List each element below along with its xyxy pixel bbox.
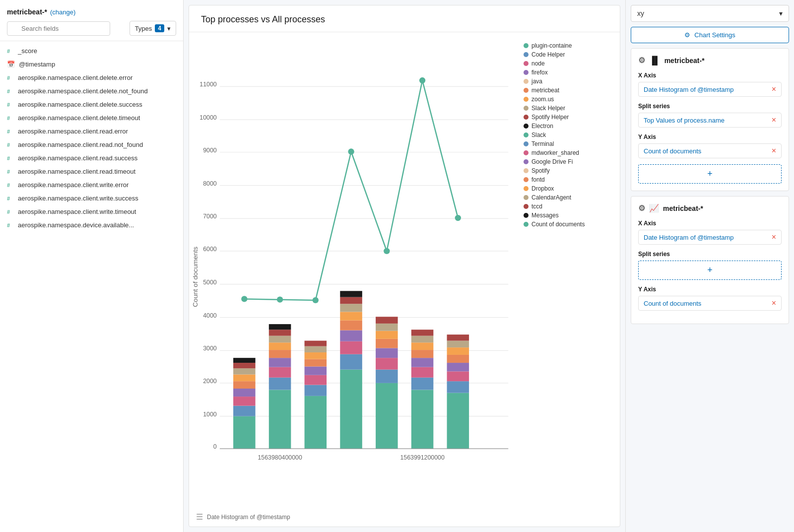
line-chart-icon: 📈 xyxy=(649,203,659,213)
bar-chart-icon: ⚙ xyxy=(638,56,645,65)
svg-text:3000: 3000 xyxy=(203,345,217,352)
x-axis-remove-2[interactable]: × xyxy=(772,233,776,241)
number-icon: # xyxy=(7,182,14,188)
types-button[interactable]: Types 4 ▾ xyxy=(130,21,176,36)
y-axis-label-1: Y Axis xyxy=(638,133,782,140)
split-series-value-text-1: Top Values of process.name xyxy=(644,117,725,124)
svg-text:9000: 9000 xyxy=(203,147,217,154)
field-name: aerospike.namespace.client.delete.succes… xyxy=(18,101,142,108)
svg-rect-46 xyxy=(305,359,327,367)
svg-rect-57 xyxy=(340,297,362,304)
svg-rect-26 xyxy=(233,397,256,406)
number-icon: # xyxy=(7,115,14,121)
field-item[interactable]: #aerospike.namespace.client.write.succes… xyxy=(0,192,183,205)
legend-item: plugin-containe xyxy=(524,42,612,49)
legend-color-dot xyxy=(524,186,529,191)
add-y-axis-btn-1[interactable]: + xyxy=(638,164,782,184)
legend-label: java xyxy=(531,78,542,85)
svg-rect-78 xyxy=(447,363,469,371)
search-wrapper: 🔍 xyxy=(7,21,126,36)
number-icon: # xyxy=(7,142,14,148)
y-axis-remove-2[interactable]: × xyxy=(772,299,776,307)
split-series-remove-1[interactable]: × xyxy=(772,116,776,124)
legend-color-dot xyxy=(524,204,529,209)
legend-item: Messages xyxy=(524,212,612,219)
chart-settings-button[interactable]: ⚙ Chart Settings xyxy=(631,27,789,43)
svg-rect-60 xyxy=(376,370,398,383)
legend-toggle-icon[interactable]: ☰ xyxy=(196,512,203,522)
x-axis-label-1: X Axis xyxy=(638,72,782,79)
add-split-series-btn-2[interactable]: + xyxy=(638,261,782,280)
field-item[interactable]: #aerospike.namespace.client.delete.not_f… xyxy=(0,84,183,98)
svg-rect-53 xyxy=(340,330,362,341)
svg-rect-38 xyxy=(269,342,291,350)
split-series-label-2: Split series xyxy=(638,251,782,258)
chart-body: Count of documents 0 1000 2000 3000 4000… xyxy=(189,32,620,509)
legend-color-dot xyxy=(524,177,529,182)
x-axis-remove-1[interactable]: × xyxy=(772,85,776,93)
svg-rect-67 xyxy=(411,390,434,449)
svg-text:11000: 11000 xyxy=(199,81,216,88)
svg-rect-33 xyxy=(269,390,291,449)
legend-label: Dropbox xyxy=(531,185,554,192)
right-panel: xy ▾ ⚙ Chart Settings ⚙ ▐▌ metricbeat-* … xyxy=(625,0,794,532)
line-chart xyxy=(244,80,458,300)
field-name: aerospike.namespace.client.read.timeout xyxy=(18,168,135,175)
field-item[interactable]: #aerospike.namespace.device.available... xyxy=(0,218,183,232)
y-axis-remove-1[interactable]: × xyxy=(772,147,776,155)
field-item[interactable]: #aerospike.namespace.client.read.not_fou… xyxy=(0,138,183,151)
field-item[interactable]: #aerospike.namespace.client.write.error xyxy=(0,178,183,192)
chart-legend: plugin-containeCode Helpernodefirefoxjav… xyxy=(521,37,615,504)
xy-selector[interactable]: xy ▾ xyxy=(631,5,789,22)
legend-color-dot xyxy=(524,70,529,75)
field-name: @timestamp xyxy=(19,61,55,68)
legend-label: Count of documents xyxy=(531,221,585,228)
panel-card-2: ⚙ 📈 metricbeat-* X Axis Date Histogram o… xyxy=(631,196,789,324)
field-item[interactable]: #aerospike.namespace.client.read.error xyxy=(0,125,183,138)
svg-rect-79 xyxy=(447,355,469,363)
svg-rect-30 xyxy=(233,368,256,374)
field-item[interactable]: #aerospike.namespace.client.read.success xyxy=(0,151,183,165)
legend-item: Code Helper xyxy=(524,51,612,58)
number-icon: # xyxy=(7,88,14,94)
field-item[interactable]: #aerospike.namespace.client.delete.error xyxy=(0,71,183,84)
field-item[interactable]: #aerospike.namespace.client.delete.succe… xyxy=(0,98,183,111)
field-item[interactable]: #aerospike.namespace.client.write.timeou… xyxy=(0,205,183,218)
field-name: aerospike.namespace.client.write.error xyxy=(18,181,129,189)
svg-rect-56 xyxy=(340,304,362,312)
field-item[interactable]: #aerospike.namespace.client.read.timeout xyxy=(0,165,183,178)
legend-item: fontd xyxy=(524,176,612,183)
legend-color-dot xyxy=(524,52,529,57)
fields-list: #_score📅@timestamp#aerospike.namespace.c… xyxy=(0,41,183,532)
svg-rect-41 xyxy=(269,324,291,330)
y-axis-value-text-2: Count of documents xyxy=(644,300,701,307)
svg-point-84 xyxy=(277,296,283,302)
legend-item: Slack Helper xyxy=(524,105,612,112)
svg-rect-50 xyxy=(340,370,362,449)
x-axis-value-2: Date Histogram of @timestamp × xyxy=(638,230,782,245)
legend-label: fontd xyxy=(531,176,545,183)
svg-rect-75 xyxy=(447,393,469,449)
field-item[interactable]: 📅@timestamp xyxy=(0,58,183,71)
search-input[interactable] xyxy=(7,21,110,36)
legend-label: Spotify xyxy=(531,167,550,174)
chart-title: Top processes vs All processes xyxy=(189,5,620,32)
change-link[interactable]: (change) xyxy=(50,8,75,16)
field-item[interactable]: #_score xyxy=(0,44,183,58)
svg-rect-52 xyxy=(340,341,362,354)
svg-rect-68 xyxy=(411,378,434,390)
legend-item: zoom.us xyxy=(524,96,612,103)
y-axis-value-text-1: Count of documents xyxy=(644,147,701,155)
types-label: Types xyxy=(135,25,152,32)
sidebar: metricbeat-* (change) 🔍 Types 4 ▾ #_scor… xyxy=(0,0,184,532)
field-item[interactable]: #aerospike.namespace.client.delete.timeo… xyxy=(0,111,183,125)
number-icon: # xyxy=(7,209,14,215)
legend-item: mdworker_shared xyxy=(524,149,612,156)
svg-rect-69 xyxy=(411,367,434,378)
chart-footer: ☰ Date Histogram of @timestamp xyxy=(189,509,620,527)
panel-card-1-header: ⚙ ▐▌ metricbeat-* xyxy=(638,56,782,65)
svg-rect-34 xyxy=(269,378,291,390)
svg-rect-71 xyxy=(411,350,434,358)
legend-label: Slack Helper xyxy=(531,105,565,112)
svg-rect-58 xyxy=(340,291,362,297)
